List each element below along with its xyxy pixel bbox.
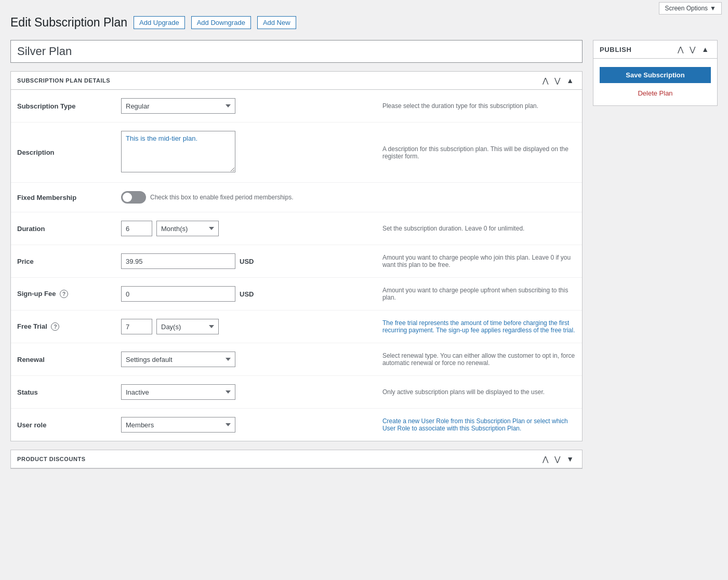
subscription-details-postbox: SUBSCRIPTION PLAN DETAILS ⋀ ⋁ ▲ Subscrip…: [10, 71, 583, 441]
publish-collapse-down-button[interactable]: ⋁: [687, 45, 697, 54]
fixed-membership-group: Check this box to enable fixed period me…: [121, 191, 370, 204]
duration-control: Day(s) Week(s) Month(s) Year(s): [115, 212, 376, 245]
signup-fee-input[interactable]: [121, 286, 235, 302]
renewal-help: Select renewal type. You can either allo…: [376, 343, 582, 376]
user-role-control: Members Subscriber Administrator: [115, 409, 376, 441]
add-new-button[interactable]: Add New: [257, 16, 296, 29]
screen-options-button[interactable]: Screen Options ▼: [659, 2, 722, 15]
free-trial-group: Day(s) Week(s) Month(s) Year(s): [121, 319, 370, 334]
postbox-header: SUBSCRIPTION PLAN DETAILS ⋀ ⋁ ▲: [11, 72, 582, 90]
page-title-row: Edit Subscription Plan Add Upgrade Add D…: [10, 16, 718, 30]
fixed-membership-control: Check this box to enable fixed period me…: [115, 183, 376, 212]
pd-collapse-down-button[interactable]: ⋁: [552, 454, 562, 464]
subscription-type-row: Subscription Type Regular Sequential Ple…: [11, 90, 582, 123]
publish-title: PUBLISH: [600, 46, 632, 53]
publish-box: PUBLISH ⋀ ⋁ ▲ Save Subscription Delete P…: [593, 40, 718, 106]
chevron-down-icon: ▼: [710, 5, 716, 12]
close-button[interactable]: ▲: [564, 76, 576, 85]
signup-fee-currency: USD: [240, 290, 254, 298]
description-help: A description for this subscription plan…: [376, 123, 582, 183]
free-trial-unit-select[interactable]: Day(s) Week(s) Month(s) Year(s): [156, 319, 219, 334]
price-currency: USD: [240, 258, 254, 265]
description-row: Description This is the mid-tier plan. A…: [11, 123, 582, 183]
subscription-type-control: Regular Sequential: [115, 90, 376, 123]
status-row: Status Active Inactive Only active subsc…: [11, 376, 582, 409]
renewal-row: Renewal Settings default Customer opt-in…: [11, 343, 582, 376]
add-downgrade-button[interactable]: Add Downgrade: [191, 16, 251, 29]
pd-close-button[interactable]: ▼: [564, 454, 576, 464]
user-role-label: User role: [11, 409, 115, 441]
description-textarea[interactable]: This is the mid-tier plan.: [121, 131, 235, 172]
subscription-type-select[interactable]: Regular Sequential: [121, 98, 235, 114]
duration-group: Day(s) Week(s) Month(s) Year(s): [121, 221, 370, 236]
plan-title-input[interactable]: [10, 40, 583, 63]
signup-fee-row: Sign-up Fee ? USD Amount you want to cha…: [11, 278, 582, 311]
publish-header-controls: ⋀ ⋁ ▲: [676, 45, 711, 54]
page-title: Edit Subscription Plan: [10, 16, 127, 30]
page-wrap: Edit Subscription Plan Add Upgrade Add D…: [0, 0, 728, 488]
description-label: Description: [11, 123, 115, 183]
user-role-help: Create a new User Role from this Subscri…: [376, 409, 582, 441]
free-trial-row: Free Trial ? Day(s) Week(s) Month(s): [11, 311, 582, 343]
duration-row: Duration Day(s) Week(s) Month(s) Ye: [11, 212, 582, 245]
content-layout: SUBSCRIPTION PLAN DETAILS ⋀ ⋁ ▲ Subscrip…: [10, 40, 718, 477]
fixed-membership-label: Fixed Membership: [11, 183, 115, 212]
status-control: Active Inactive: [115, 376, 376, 409]
delete-plan-link[interactable]: Delete Plan: [600, 89, 711, 97]
renewal-select[interactable]: Settings default Customer opt-in Force a…: [121, 352, 235, 367]
renewal-control: Settings default Customer opt-in Force a…: [115, 343, 376, 376]
fixed-membership-help: Check this box to enable fixed period me…: [150, 194, 293, 201]
product-discounts-controls: ⋀ ⋁ ▼: [540, 454, 576, 464]
user-role-row: User role Members Subscriber Administrat…: [11, 409, 582, 441]
postbox-controls: ⋀ ⋁ ▲: [540, 76, 576, 85]
top-bar: Screen Options ▼: [653, 0, 728, 17]
price-label: Price: [11, 245, 115, 278]
duration-label: Duration: [11, 212, 115, 245]
collapse-up-button[interactable]: ⋀: [540, 76, 550, 85]
collapse-down-button[interactable]: ⋁: [552, 76, 562, 85]
status-help: Only active subscription plans will be d…: [376, 376, 582, 409]
price-help: Amount you want to charge people who joi…: [376, 245, 582, 278]
status-label: Status: [11, 376, 115, 409]
duration-help: Set the subscription duration. Leave 0 f…: [376, 212, 582, 245]
description-control: This is the mid-tier plan.: [115, 123, 376, 183]
free-trial-help-icon[interactable]: ?: [51, 322, 59, 331]
duration-unit-select[interactable]: Day(s) Week(s) Month(s) Year(s): [156, 221, 219, 236]
product-discounts-header: PRODUCT DISCOUNTS ⋀ ⋁ ▼: [11, 450, 582, 468]
signup-fee-group: USD: [121, 286, 370, 302]
price-control: USD: [115, 245, 376, 278]
product-discounts-title: PRODUCT DISCOUNTS: [17, 456, 86, 462]
free-trial-label: Free Trial ?: [11, 311, 115, 343]
main-column: SUBSCRIPTION PLAN DETAILS ⋀ ⋁ ▲ Subscrip…: [10, 40, 583, 477]
free-trial-value-input[interactable]: [121, 319, 152, 334]
screen-options-label: Screen Options: [665, 5, 708, 12]
publish-collapse-up-button[interactable]: ⋀: [676, 45, 685, 54]
subscription-type-help: Please select the duration type for this…: [376, 90, 582, 123]
user-role-select[interactable]: Members Subscriber Administrator: [121, 417, 235, 433]
fixed-membership-toggle[interactable]: [121, 191, 146, 204]
product-discounts-postbox: PRODUCT DISCOUNTS ⋀ ⋁ ▼: [10, 450, 583, 469]
form-table: Subscription Type Regular Sequential Ple…: [11, 90, 582, 441]
free-trial-control: Day(s) Week(s) Month(s) Year(s): [115, 311, 376, 343]
toggle-slider: [121, 191, 146, 204]
duration-value-input[interactable]: [121, 221, 152, 236]
price-input[interactable]: [121, 253, 235, 269]
publish-body: Save Subscription Delete Plan: [593, 59, 717, 105]
signup-fee-help: Amount you want to charge people upfront…: [376, 278, 582, 311]
signup-fee-help-icon[interactable]: ?: [60, 290, 68, 298]
pd-collapse-up-button[interactable]: ⋀: [540, 454, 550, 464]
add-upgrade-button[interactable]: Add Upgrade: [134, 16, 185, 29]
subscription-type-label: Subscription Type: [11, 90, 115, 123]
price-row: Price USD Amount you want to charge peop…: [11, 245, 582, 278]
publish-close-button[interactable]: ▲: [699, 45, 711, 54]
fixed-membership-row: Fixed Membership Check this box to enabl…: [11, 183, 582, 212]
save-subscription-button[interactable]: Save Subscription: [600, 67, 711, 83]
status-select[interactable]: Active Inactive: [121, 384, 235, 400]
postbox-title: SUBSCRIPTION PLAN DETAILS: [17, 77, 110, 84]
signup-fee-label: Sign-up Fee ?: [11, 278, 115, 311]
sidebar-column: PUBLISH ⋀ ⋁ ▲ Save Subscription Delete P…: [593, 40, 718, 106]
signup-fee-control: USD: [115, 278, 376, 311]
renewal-label: Renewal: [11, 343, 115, 376]
price-group: USD: [121, 253, 370, 269]
publish-header: PUBLISH ⋀ ⋁ ▲: [593, 41, 717, 59]
